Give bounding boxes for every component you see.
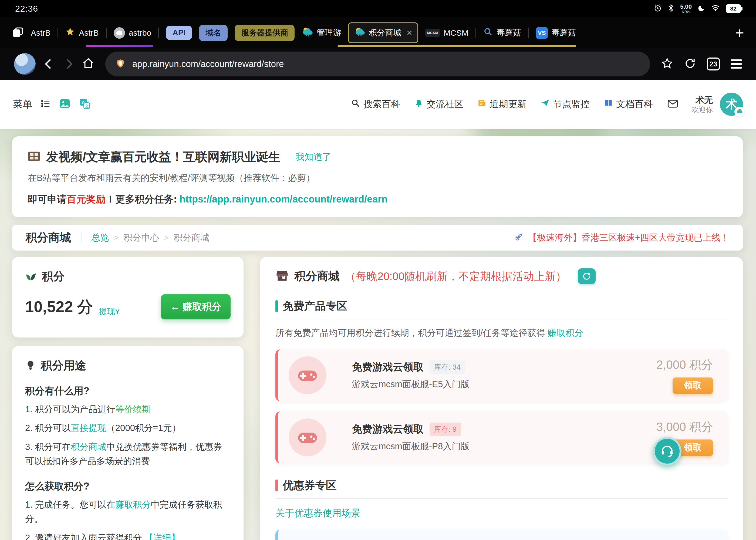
nav-node-monitor[interactable]: 节点监控 [541,98,590,110]
product-price: 2,000 积分 [656,357,713,373]
tab-api[interactable]: API [166,26,192,40]
store-card: 积分商城 （每晚20:00随机刷新，不定期根据活动上新） 免费产品专区 所有免费… [260,257,743,540]
browser-toolbar: app.rainyun.com/account/reward/store 23 [0,48,756,80]
coupon-usage-link[interactable]: 关于优惠券使用场景 [275,507,360,519]
earn-points-link[interactable]: 赚取积分 [548,328,583,338]
menu-icon[interactable] [731,63,742,65]
star-favicon [65,27,75,39]
free-section-desc: 所有免费产品均可用积分进行续期，积分可通过签到/任务等途径获得 赚取积分 [275,327,728,339]
browser-tab-bar: AstrB AstrB astrbo API 域名 服务器提供商 管理游 积分商… [0,17,756,48]
announcement-link[interactable]: 【极速海外】香港三区极速+四区大带宽现已上线！ [514,231,729,244]
nav-docs-wiki[interactable]: 文档百科 [604,98,653,110]
shield-icon [116,59,125,69]
breadcrumb-points-store: 积分商城 [174,232,209,244]
usage-item: 3. 积分可在积分商城中兑换优惠券等福利，优惠券可以抵扣许多产品多场景的消费 [25,440,231,469]
nav-recent-updates[interactable]: 近期更新 [477,98,527,110]
film-icon [28,151,40,163]
bulb-icon [25,360,36,371]
banner-cta: 即可申请百元奖励！更多积分任务: https://app.rainyun.com… [28,193,727,206]
page-title: 积分商城 [26,230,71,245]
book-icon [604,98,613,110]
coupon-row[interactable]: × 2 细雨券 库存: 28 4,000 积分 [275,530,728,540]
tab-mcsm[interactable]: MCSM MCSM [425,28,468,38]
alarm-icon [654,4,662,13]
earn-tasks-link[interactable]: https://app.rainyun.com/account/reward/e… [180,194,387,204]
vscode-icon: VS [536,27,548,39]
section-marker [275,300,278,312]
forward-button[interactable] [63,59,73,69]
headset-icon [660,443,675,459]
gamepad-icon [289,356,326,394]
earn-points-link[interactable]: 赚取积分 [115,499,151,509]
mail-icon[interactable] [667,98,679,111]
user-name: 术无 [695,94,713,105]
site-header: 菜单 A文 搜索百科 交流社区 近期更新 [0,80,756,129]
profile-avatar[interactable] [14,53,36,75]
tab-vscode-mushroom[interactable]: VS 毒蘑菇 [536,27,576,39]
page: 22:36 5.00 KB/s 82 AstrB AstrB astrbo AP… [0,0,756,540]
claim-button[interactable]: 领取 [673,377,713,394]
tab-domain[interactable]: 域名 [199,25,228,41]
section-marker [275,479,278,491]
divider [339,422,339,453]
gallery-icon[interactable] [59,98,71,111]
tab-separator [528,28,529,38]
github-icon [114,27,125,39]
tab-server-provider[interactable]: 服务器提供商 [235,25,295,41]
back-button[interactable] [45,59,55,69]
tab-separator [475,28,476,38]
store-refresh-note: （每晚20:00随机刷新，不定期根据活动上新） [345,269,567,284]
refresh-icon[interactable] [684,58,696,70]
user-avatar[interactable]: 术 [720,93,743,116]
menu-label[interactable]: 菜单 [13,98,32,111]
leaf-icon [25,270,37,283]
gamepad-icon [289,419,326,456]
tab-separator [58,28,58,38]
stock-badge: 库存: 34 [430,360,465,374]
stock-badge-low: 库存: 9 [430,423,461,436]
points-card: 积分 10,522 分 提现¥ ← 赚取积分 [12,257,244,338]
points-store-link[interactable]: 积分商城 [71,442,106,452]
bookmark-star-icon[interactable] [661,57,673,71]
product-name: 免费游戏云领取 [352,360,424,374]
banner-dismiss-link[interactable]: 我知道了 [296,151,331,163]
store-refresh-button[interactable] [578,268,596,284]
url-bar[interactable]: app.rainyun.com/account/reward/store [105,52,650,76]
list-icon[interactable] [41,98,51,110]
withdraw-direct-link[interactable]: 直接提现 [71,423,106,433]
tab-separator [106,28,107,38]
home-button[interactable] [82,57,94,71]
tab-close-icon[interactable]: × [407,28,412,38]
coupon-section-title: 优惠券专区 [283,478,337,493]
store-title: 积分商城 [294,269,340,284]
renewal-link[interactable]: 等价续期 [115,404,151,414]
tab-count-button[interactable]: 23 [707,58,720,70]
invite-detail-link[interactable]: 【详细】 [144,533,180,540]
tab-astrb-2[interactable]: AstrB [65,27,98,39]
withdraw-link[interactable]: 提现¥ [99,306,120,317]
tab-groups-icon[interactable] [12,27,24,40]
usage-card-title: 积分用途 [41,358,86,373]
bell-icon [414,98,423,110]
nav-community[interactable]: 交流社区 [414,98,463,110]
nav-search-wiki[interactable]: 搜索百科 [351,98,400,110]
rainyun-icon [302,26,313,40]
tab-points-store-active[interactable]: 积分商城 × [348,22,418,43]
rainyun-icon [354,27,365,39]
tab-search-mushroom[interactable]: 毒蘑菇 [483,27,521,39]
breadcrumb-overview[interactable]: 总览 [91,232,109,244]
product-row[interactable]: 免费游戏云领取 库存: 34 游戏云mcsm面板服-E5入门版 2,000 积分… [275,349,728,401]
support-button[interactable] [653,437,682,466]
usage-item: 1. 完成任务。您可以在赚取积分中完成任务获取积分。 [25,497,231,526]
tab-astrb-1[interactable]: AstrB [31,28,51,38]
tab-manage-game[interactable]: 管理游 [302,26,341,40]
wifi-icon [711,5,720,13]
product-price: 3,000 积分 [656,419,713,435]
status-bar: 22:36 5.00 KB/s 82 [0,0,756,17]
translate-icon[interactable]: A文 [79,98,91,111]
earn-points-button[interactable]: ← 赚取积分 [161,294,231,320]
network-speed: 5.00 KB/s [680,4,692,14]
tab-github[interactable]: astrbo [114,27,151,39]
mcsm-icon: MCSM [425,29,440,37]
new-tab-button[interactable]: + [735,25,744,41]
